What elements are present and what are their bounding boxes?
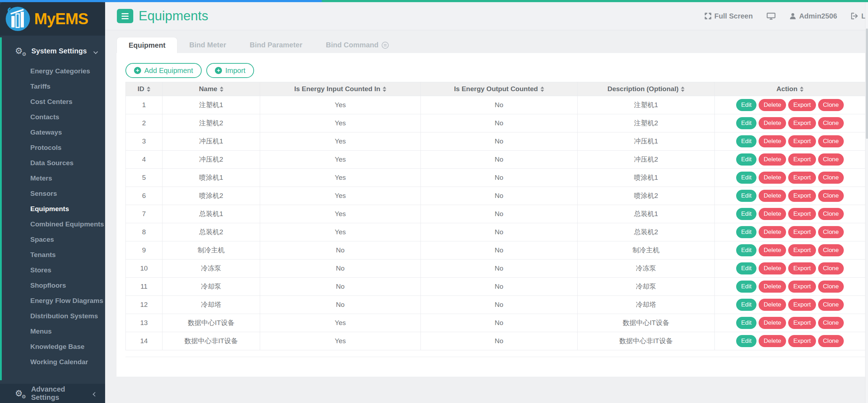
- sidebar-item-meters[interactable]: Meters: [0, 171, 105, 186]
- display-button[interactable]: [766, 12, 776, 20]
- scrollbar-thumb[interactable]: [866, 28, 868, 139]
- edit-button[interactable]: Edit: [736, 135, 756, 147]
- sidebar-item-tariffs[interactable]: Tariffs: [0, 79, 105, 94]
- sidebar-item-shopfloors[interactable]: Shopfloors: [0, 278, 105, 293]
- clone-button[interactable]: Clone: [818, 208, 844, 220]
- delete-button[interactable]: Delete: [759, 135, 786, 147]
- edit-button[interactable]: Edit: [736, 99, 756, 111]
- sort-icon[interactable]: [681, 87, 684, 92]
- edit-button[interactable]: Edit: [736, 281, 756, 293]
- export-button[interactable]: Export: [788, 244, 816, 256]
- delete-button[interactable]: Delete: [759, 190, 786, 202]
- sidebar-item-equipments[interactable]: Equipments: [0, 201, 105, 216]
- clone-button[interactable]: Clone: [818, 335, 844, 347]
- column-header-id[interactable]: ID: [126, 82, 162, 96]
- clone-button[interactable]: Clone: [818, 153, 844, 166]
- clone-button[interactable]: Clone: [818, 190, 844, 202]
- export-button[interactable]: Export: [788, 172, 816, 184]
- export-button[interactable]: Export: [788, 299, 816, 311]
- delete-button[interactable]: Delete: [759, 99, 786, 111]
- sidebar-item-cost-centers[interactable]: Cost Centers: [0, 94, 105, 109]
- sidebar-scrollbar[interactable]: [0, 37, 2, 380]
- sidebar-item-combined-equipments[interactable]: Combined Equipments: [0, 216, 105, 232]
- column-header-is-energy-output-counted[interactable]: Is Energy Output Counted: [421, 82, 578, 96]
- delete-button[interactable]: Delete: [759, 244, 786, 256]
- sidebar-item-menus[interactable]: Menus: [0, 324, 105, 339]
- edit-button[interactable]: Edit: [736, 117, 756, 129]
- edit-button[interactable]: Edit: [736, 335, 756, 347]
- edit-button[interactable]: Edit: [736, 208, 756, 220]
- clone-button[interactable]: Clone: [818, 299, 844, 311]
- sidebar-item-energy-flow-diagrams[interactable]: Energy Flow Diagrams: [0, 293, 105, 308]
- brand-logo[interactable]: MyEMS: [0, 2, 105, 36]
- sidebar-item-contacts[interactable]: Contacts: [0, 109, 105, 125]
- column-header-description-optional-[interactable]: Description (Optional): [578, 82, 715, 96]
- sort-icon[interactable]: [147, 87, 150, 92]
- sidebar-section-system-settings[interactable]: ⚙⚙ System Settings: [0, 36, 105, 63]
- clone-button[interactable]: Clone: [818, 117, 844, 129]
- sidebar-item-tenants[interactable]: Tenants: [0, 247, 105, 262]
- export-button[interactable]: Export: [788, 135, 816, 147]
- edit-button[interactable]: Edit: [736, 190, 756, 202]
- delete-button[interactable]: Delete: [759, 153, 786, 166]
- export-button[interactable]: Export: [788, 262, 816, 274]
- tab-bind-command[interactable]: Bind Command: [314, 37, 401, 53]
- clone-button[interactable]: Clone: [818, 135, 844, 147]
- delete-button[interactable]: Delete: [759, 317, 786, 329]
- sort-icon[interactable]: [220, 87, 223, 92]
- sidebar-item-working-calendar[interactable]: Working Calendar: [0, 354, 105, 370]
- user-menu[interactable]: Admin2506: [789, 12, 837, 20]
- export-button[interactable]: Export: [788, 226, 816, 238]
- sidebar-item-gateways[interactable]: Gateways: [0, 125, 105, 140]
- import-button[interactable]: + Import: [206, 63, 254, 78]
- sort-icon[interactable]: [383, 87, 386, 92]
- edit-button[interactable]: Edit: [736, 262, 756, 274]
- column-header-action[interactable]: Action: [715, 82, 866, 96]
- clone-button[interactable]: Clone: [818, 281, 844, 293]
- clone-button[interactable]: Clone: [818, 99, 844, 111]
- delete-button[interactable]: Delete: [759, 281, 786, 293]
- sidebar-item-data-sources[interactable]: Data Sources: [0, 155, 105, 171]
- edit-button[interactable]: Edit: [736, 299, 756, 311]
- sidebar-item-stores[interactable]: Stores: [0, 262, 105, 278]
- sidebar-item-energy-categories[interactable]: Energy Categories: [0, 63, 105, 79]
- delete-button[interactable]: Delete: [759, 172, 786, 184]
- sidebar-item-advanced-settings[interactable]: ⚙⚙ Advanced Settings: [0, 384, 105, 403]
- edit-button[interactable]: Edit: [736, 244, 756, 256]
- sidebar-item-knowledge-base[interactable]: Knowledge Base: [0, 339, 105, 354]
- export-button[interactable]: Export: [788, 335, 816, 347]
- sort-icon[interactable]: [541, 87, 544, 92]
- delete-button[interactable]: Delete: [759, 117, 786, 129]
- page-scrollbar[interactable]: [865, 2, 868, 403]
- delete-button[interactable]: Delete: [759, 335, 786, 347]
- sidebar-item-spaces[interactable]: Spaces: [0, 232, 105, 247]
- delete-button[interactable]: Delete: [759, 262, 786, 274]
- sidebar-item-protocols[interactable]: Protocols: [0, 140, 105, 155]
- export-button[interactable]: Export: [788, 190, 816, 202]
- export-button[interactable]: Export: [788, 208, 816, 220]
- clone-button[interactable]: Clone: [818, 172, 844, 184]
- clone-button[interactable]: Clone: [818, 226, 844, 238]
- edit-button[interactable]: Edit: [736, 172, 756, 184]
- edit-button[interactable]: Edit: [736, 153, 756, 166]
- clone-button[interactable]: Clone: [818, 317, 844, 329]
- export-button[interactable]: Export: [788, 281, 816, 293]
- export-button[interactable]: Export: [788, 99, 816, 111]
- column-header-name[interactable]: Name: [162, 82, 260, 96]
- hamburger-menu-button[interactable]: [117, 9, 133, 23]
- clone-button[interactable]: Clone: [818, 244, 844, 256]
- clone-button[interactable]: Clone: [818, 262, 844, 274]
- delete-button[interactable]: Delete: [759, 208, 786, 220]
- sort-icon[interactable]: [800, 87, 804, 92]
- tab-bind-parameter[interactable]: Bind Parameter: [238, 37, 314, 53]
- full-screen-button[interactable]: Full Screen: [704, 12, 753, 20]
- sidebar-item-distribution-systems[interactable]: Distribution Systems: [0, 308, 105, 324]
- sidebar-item-sensors[interactable]: Sensors: [0, 186, 105, 201]
- delete-button[interactable]: Delete: [759, 226, 786, 238]
- column-header-is-energy-input-counted-in[interactable]: Is Energy Input Counted In: [260, 82, 421, 96]
- add-equipment-button[interactable]: + Add Equipment: [125, 63, 202, 78]
- tab-equipment[interactable]: Equipment: [117, 37, 177, 53]
- tab-bind-meter[interactable]: Bind Meter: [177, 37, 238, 53]
- export-button[interactable]: Export: [788, 153, 816, 166]
- edit-button[interactable]: Edit: [736, 226, 756, 238]
